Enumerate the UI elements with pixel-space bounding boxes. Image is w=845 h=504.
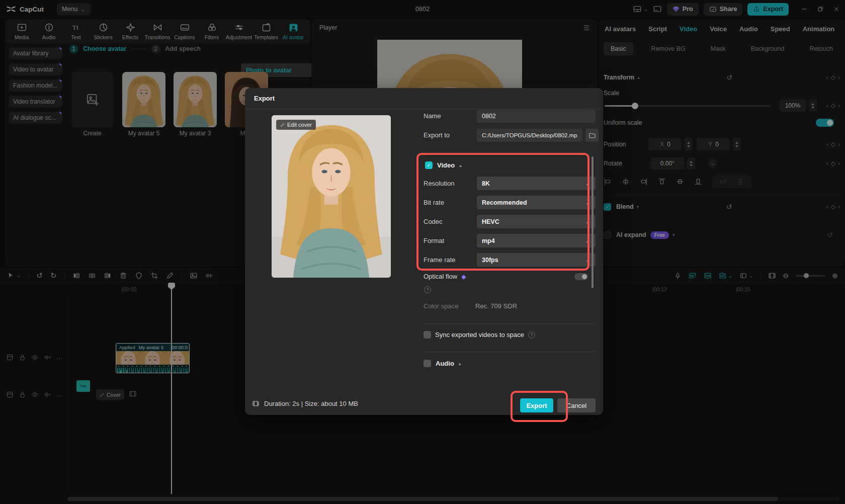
export-cover-preview: Edit cover [272,115,391,278]
dialog-divider [424,352,595,352]
resolution-label: Resolution [424,180,454,187]
bitrate-label: Bit rate [424,199,444,206]
film-icon [251,400,260,407]
browse-folder-button[interactable] [585,129,599,142]
name-label: Name [424,112,441,120]
capcut-window: CapCut Menu ⌄ 0802 ⌄ Pro Share [0,0,845,504]
export-path-input[interactable] [477,129,582,142]
name-input[interactable] [477,110,596,123]
video-checkbox[interactable]: ✓ [425,161,433,169]
pencil-icon [280,122,285,127]
chevron-down-icon: ⌄ [585,257,590,264]
sync-checkbox[interactable] [424,331,431,339]
bitrate-select[interactable]: Recommended ⌄ [477,196,596,209]
color-space-value: Rec. 709 SDR [475,302,517,310]
export-dialog-header: Export [245,88,603,109]
dialog-divider [424,323,595,324]
chevron-down-icon: ⌄ [585,199,590,206]
sync-row: Sync exported videos to space ? [424,331,535,339]
sync-help-icon[interactable]: ? [528,331,535,339]
chevron-down-icon: ⌄ [585,180,590,187]
optical-flow-help-icon[interactable]: ? [424,286,431,293]
edit-cover-button[interactable]: Edit cover [276,120,316,130]
codec-select[interactable]: HEVC ⌄ [477,215,596,228]
framerate-label: Frame rate [424,256,456,264]
collapse-icon[interactable]: ▴ [459,361,461,366]
dialog-export-button[interactable]: Export [520,398,553,412]
optical-flow-toggle[interactable] [574,273,588,280]
dialog-title: Export [254,95,275,102]
export-to-label: Export to [424,131,450,139]
export-summary: Duration: 2s | Size: about 10 MB [251,400,358,407]
optical-flow-label: Optical flow [424,273,457,280]
collapse-icon[interactable]: ▴ [459,163,462,168]
folder-icon [588,132,596,139]
dialog-scrollbar[interactable] [592,156,594,288]
optical-flow-row: Optical flow ◆ [424,273,588,280]
gem-icon: ◆ [461,273,466,280]
audio-checkbox[interactable] [424,360,431,367]
codec-label: Codec [424,218,443,225]
export-dialog: Export Edit cover Name Export to ✓ Video… [245,88,603,415]
video-section-title: Video [437,161,455,169]
dialog-cancel-button[interactable]: Cancel [557,398,596,412]
audio-section-header: Audio ▴ [424,360,461,367]
resolution-select[interactable]: 8K ⌄ [477,177,596,190]
cover-image [272,115,391,278]
video-section-header: ✓ Video ▴ [425,161,462,169]
sync-label: Sync exported videos to space [435,331,524,339]
chevron-down-icon: ⌄ [585,218,590,225]
format-select[interactable]: mp4 ⌄ [477,234,596,247]
format-label: Format [424,237,444,244]
framerate-select[interactable]: 30fps ⌄ [477,253,596,267]
audio-section-title: Audio [436,360,454,367]
color-space-label: Color space [424,302,458,310]
chevron-down-icon: ⌄ [585,237,590,244]
